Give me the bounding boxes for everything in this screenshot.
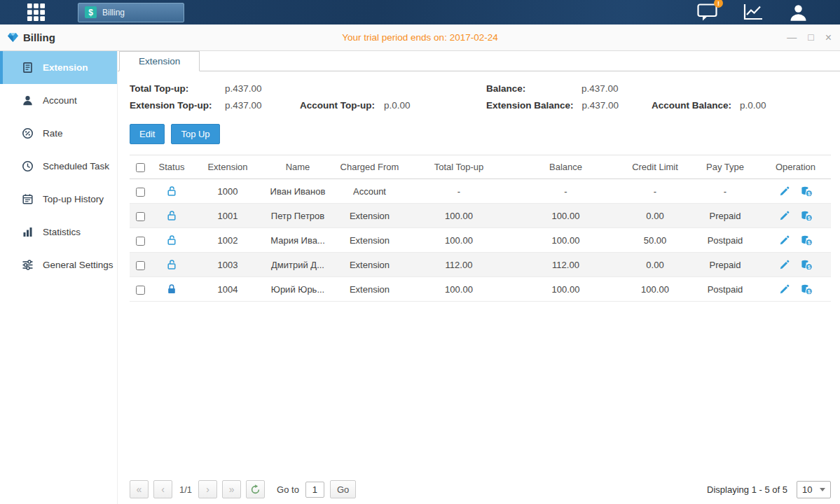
- sliders-icon: [22, 259, 34, 271]
- top-up-operation-icon[interactable]: $: [801, 259, 813, 271]
- row-checkbox[interactable]: [136, 237, 145, 246]
- sidebar-item-extension[interactable]: Extension: [0, 51, 117, 84]
- sidebar-item-rate[interactable]: Rate: [0, 117, 117, 150]
- top-up-operation-icon[interactable]: $: [801, 186, 813, 197]
- user-account-icon[interactable]: [789, 4, 808, 22]
- go-button[interactable]: Go: [330, 480, 356, 498]
- refresh-button[interactable]: [246, 480, 265, 498]
- header-select-all: [130, 155, 151, 179]
- notifications-chat-icon[interactable]: !: [697, 3, 717, 22]
- billing-app-tab[interactable]: $ Billing: [78, 3, 184, 22]
- column-header-pay-type: Pay Type: [690, 155, 760, 179]
- balance-field: Balance: p.437.00: [486, 83, 652, 94]
- row-checkbox[interactable]: [136, 212, 145, 221]
- cell-pay-type: Postpaid: [690, 277, 760, 302]
- cell-total-topup: -: [406, 179, 511, 204]
- window-titlebar: Billing Your trial period ends on: 2017-…: [0, 24, 840, 51]
- sidebar-item-account[interactable]: Account: [0, 84, 117, 117]
- rate-percent-icon: [22, 127, 34, 139]
- cell-total-topup: 100.00: [406, 228, 511, 253]
- last-page-button[interactable]: »: [222, 480, 241, 498]
- cell-balance: 100.00: [511, 228, 620, 253]
- extension-topup-value: p.437.00: [225, 100, 262, 111]
- edit-button[interactable]: Edit: [130, 124, 165, 144]
- next-page-button[interactable]: ›: [198, 480, 217, 498]
- cell-name: Юрий Юрь...: [263, 277, 333, 302]
- table-row: 1000 Иван Иванов Account - - - - $: [130, 179, 831, 204]
- prev-page-button[interactable]: ‹: [153, 480, 172, 498]
- first-page-button[interactable]: «: [130, 480, 149, 498]
- lock-status-icon: [166, 284, 177, 295]
- total-topup-value: p.437.00: [225, 83, 262, 94]
- tab-extension[interactable]: Extension: [119, 51, 200, 71]
- extension-balance-field: Extension Balance: p.437.00: [486, 100, 652, 111]
- lock-status-icon: [166, 259, 177, 270]
- cell-charged-from: Extension: [333, 228, 406, 253]
- sidebar-item-label: Statistics: [43, 227, 81, 237]
- cell-balance: 112.00: [511, 253, 620, 277]
- clock-icon: [22, 160, 34, 172]
- lock-status-icon: [166, 210, 177, 221]
- cell-extension: 1003: [193, 253, 263, 277]
- sidebar-item-label: Extension: [43, 62, 88, 73]
- edit-pencil-icon[interactable]: [779, 260, 790, 270]
- window-controls: — □ ×: [787, 32, 832, 43]
- column-header-name: Name: [263, 155, 333, 179]
- top-up-operation-icon[interactable]: $: [801, 210, 813, 222]
- balance-label: Balance:: [486, 83, 573, 94]
- cell-total-topup: 100.00: [406, 204, 511, 228]
- cell-charged-from: Extension: [333, 253, 406, 277]
- table-row: 1003 Дмитрий Д... Extension 112.00 112.0…: [130, 253, 831, 277]
- edit-pencil-icon[interactable]: [779, 235, 790, 246]
- maximize-icon[interactable]: □: [808, 32, 813, 43]
- main-panel: Extension Total Top-up: p.437.00 Balance…: [118, 51, 840, 504]
- sidebar-item-general-settings[interactable]: General Settings: [0, 248, 117, 281]
- top-up-button[interactable]: Top Up: [171, 124, 219, 144]
- edit-pencil-icon[interactable]: [779, 211, 790, 221]
- minimize-icon[interactable]: —: [787, 32, 797, 43]
- extension-ledger-icon: [22, 62, 34, 74]
- sidebar-item-scheduled-task[interactable]: Scheduled Task: [0, 150, 117, 183]
- cell-credit-limit: 0.00: [620, 204, 690, 228]
- row-checkbox[interactable]: [136, 188, 145, 197]
- sidebar-item-topup-history[interactable]: Top-up History: [0, 183, 117, 216]
- top-up-operation-icon[interactable]: $: [801, 284, 813, 295]
- sidebar-item-label: Account: [43, 95, 77, 106]
- tab-bar: Extension: [118, 51, 840, 71]
- page-size-select[interactable]: 10: [797, 481, 831, 498]
- cell-name: Петр Петров: [263, 204, 333, 228]
- cell-name: Иван Иванов: [263, 179, 333, 204]
- table-row: 1002 Мария Ива... Extension 100.00 100.0…: [130, 228, 831, 253]
- system-topbar: $ Billing !: [0, 0, 840, 24]
- page-size-value: 10: [802, 484, 812, 495]
- lock-status-icon: [166, 234, 177, 246]
- cell-credit-limit: 50.00: [620, 228, 690, 253]
- edit-pencil-icon[interactable]: [779, 186, 790, 197]
- cell-name: Дмитрий Д...: [263, 253, 333, 277]
- sidebar-item-statistics[interactable]: Statistics: [0, 216, 117, 248]
- billing-app-window: $ Billing ! Billing Your trial period en…: [0, 0, 840, 504]
- pagination-bar: « ‹ 1/1 › » Go to Go Displaying 1 - 5 of…: [130, 480, 831, 498]
- edit-pencil-icon[interactable]: [779, 284, 790, 295]
- row-checkbox[interactable]: [136, 261, 145, 270]
- resource-monitor-icon[interactable]: [743, 3, 764, 22]
- app-grid-icon[interactable]: [27, 3, 46, 22]
- goto-page-input[interactable]: [305, 482, 324, 498]
- cell-total-topup: 112.00: [406, 253, 511, 277]
- extension-balance-label: Extension Balance:: [486, 100, 574, 111]
- dollar-glyph: $: [88, 8, 93, 18]
- close-icon[interactable]: ×: [825, 32, 832, 43]
- cell-pay-type: Postpaid: [690, 228, 760, 253]
- column-header-status: Status: [151, 155, 193, 179]
- balance-summary: Total Top-up: p.437.00 Balance: p.437.00…: [130, 83, 831, 111]
- table-header-row: Status Extension Name Charged From Total…: [130, 155, 831, 179]
- row-checkbox[interactable]: [136, 286, 145, 295]
- balance-value: p.437.00: [581, 83, 619, 94]
- select-all-checkbox[interactable]: [136, 163, 145, 172]
- top-up-operation-icon[interactable]: $: [801, 234, 813, 246]
- total-topup-field: Total Top-up: p.437.00: [130, 83, 300, 94]
- account-topup-value: p.0.00: [384, 100, 411, 111]
- table-row: 1001 Петр Петров Extension 100.00 100.00…: [130, 204, 831, 228]
- column-header-total-topup: Total Top-up: [406, 155, 511, 179]
- sidebar-item-label: Scheduled Task: [43, 161, 109, 172]
